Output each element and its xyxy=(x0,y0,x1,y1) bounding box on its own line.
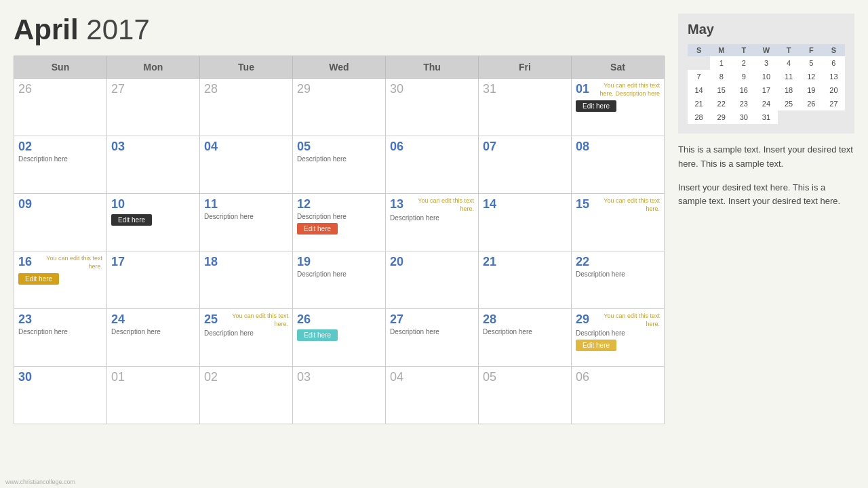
col-header-tue: Tue xyxy=(200,56,293,79)
day-description: Description here xyxy=(297,270,381,278)
calendar-cell: 27Description here xyxy=(386,309,479,367)
day-number: 22 xyxy=(576,255,589,269)
calendar-cell: 27 xyxy=(107,79,200,136)
day-number: 26 xyxy=(18,82,32,96)
day-number: 01 xyxy=(576,82,589,96)
you-can-edit-text: You can edit this text here. xyxy=(599,197,660,213)
day-description: Description here xyxy=(576,270,660,278)
calendar-cell: 05Description here xyxy=(293,136,386,194)
mini-col-header: F xyxy=(800,44,823,56)
day-description: Description here xyxy=(390,328,474,336)
mini-calendar-cell: 7 xyxy=(688,70,710,83)
mini-week-row: 14151617181920 xyxy=(688,83,845,97)
col-header-wed: Wed xyxy=(293,56,386,79)
day-description: Description here xyxy=(204,213,288,220)
day-description: Description here xyxy=(576,329,660,337)
mini-calendar-cell: 16 xyxy=(732,83,755,97)
calendar-table: SunMonTueWedThuFriSat 26272829303101You … xyxy=(14,56,665,424)
day-number: 10 xyxy=(111,197,125,211)
calendar-cell: 12Description hereEdit here xyxy=(293,194,386,251)
mini-calendar-cell: 24 xyxy=(755,97,777,110)
edit-here-button[interactable]: Edit here xyxy=(111,214,152,226)
day-number: 30 xyxy=(18,370,32,384)
day-number: 08 xyxy=(576,140,589,154)
mini-calendar-cell xyxy=(688,56,710,70)
week-row: 02Description here030405Description here… xyxy=(14,136,665,194)
day-number: 01 xyxy=(111,370,125,384)
mini-calendar-cell: 4 xyxy=(778,56,800,70)
day-number: 28 xyxy=(483,312,496,327)
mini-col-header: T xyxy=(778,44,800,56)
calendar-cell: 06 xyxy=(572,367,665,424)
calendar-cell: 18 xyxy=(200,251,293,309)
edit-here-button[interactable]: Edit here xyxy=(297,329,338,341)
mini-calendar-cell: 27 xyxy=(823,97,845,110)
mini-calendar-cell: 11 xyxy=(778,70,800,83)
mini-calendar-cell xyxy=(800,110,823,124)
main-calendar: April 2017 SunMonTueWedThuFriSat 2627282… xyxy=(14,14,665,481)
day-number: 06 xyxy=(576,370,589,384)
day-description: Description here xyxy=(483,328,567,336)
calendar-cell: 29You can edit this text here.Descriptio… xyxy=(572,309,665,367)
mini-col-header: S xyxy=(823,44,845,56)
calendar-cell: 23Description here xyxy=(14,309,107,367)
edit-here-button[interactable]: Edit here xyxy=(18,273,59,285)
mini-calendar-cell: 22 xyxy=(710,97,732,110)
edit-here-button[interactable]: Edit here xyxy=(576,340,616,351)
mini-calendar-cell: 17 xyxy=(755,83,777,97)
mini-calendar-cell: 26 xyxy=(800,97,823,110)
mini-calendar-cell: 21 xyxy=(688,97,710,110)
day-number: 29 xyxy=(297,82,311,96)
calendar-cell: 01You can edit this text here. Descripti… xyxy=(572,79,665,136)
sidebar-text-2: Insert your desired text here. This is a… xyxy=(678,181,854,209)
calendar-cell: 08 xyxy=(572,136,665,194)
calendar-cell: 09 xyxy=(14,194,107,251)
calendar-cell: 04 xyxy=(200,136,293,194)
mini-calendar-cell: 15 xyxy=(710,83,732,97)
day-number: 27 xyxy=(111,82,125,96)
col-header-mon: Mon xyxy=(107,56,200,79)
calendar-cell: 17 xyxy=(107,251,200,309)
calendar-cell: 06 xyxy=(386,136,479,194)
mini-week-row: 123456 xyxy=(688,56,845,70)
you-can-edit-text: You can edit this text here. xyxy=(599,312,660,328)
calendar-cell: 14 xyxy=(479,194,572,251)
mini-calendar-cell: 10 xyxy=(755,70,777,83)
day-number: 13 xyxy=(390,197,403,211)
col-header-sat: Sat xyxy=(572,56,665,79)
day-number: 06 xyxy=(390,140,403,154)
day-number: 05 xyxy=(483,370,496,384)
sidebar: May SMTWTFS 1234567891011121314151617181… xyxy=(678,14,854,481)
calendar-cell: 16You can edit this text here.Edit here xyxy=(14,251,107,309)
edit-here-button[interactable]: Edit here xyxy=(297,223,338,235)
mini-calendar-cell: 31 xyxy=(755,110,777,124)
week-row: 23Description here24Description here25Yo… xyxy=(14,309,665,367)
you-can-edit-text: You can edit this text here. xyxy=(41,255,102,270)
calendar-cell: 30 xyxy=(386,79,479,136)
mini-col-header: W xyxy=(755,44,777,56)
week-row: 16You can edit this text here.Edit here1… xyxy=(14,251,665,309)
mini-calendar-cell xyxy=(823,110,845,124)
mini-calendar-cell: 19 xyxy=(800,83,823,97)
day-number: 27 xyxy=(390,312,403,327)
day-number: 09 xyxy=(18,197,32,211)
day-number: 11 xyxy=(204,197,218,211)
calendar-cell: 01 xyxy=(107,367,200,424)
day-number: 31 xyxy=(483,82,496,96)
day-number: 25 xyxy=(204,312,218,327)
mini-calendar-cell: 8 xyxy=(710,70,732,83)
calendar-cell: 25You can edit this text here.Descriptio… xyxy=(200,309,293,367)
mini-calendar-title: May xyxy=(688,22,845,37)
edit-here-button[interactable]: Edit here xyxy=(576,100,616,112)
calendar-cell: 13You can edit this text here.Descriptio… xyxy=(386,194,479,251)
day-number: 20 xyxy=(390,255,403,269)
calendar-cell: 03 xyxy=(293,367,386,424)
calendar-cell: 11Description here xyxy=(200,194,293,251)
calendar-cell: 30 xyxy=(14,367,107,424)
calendar-cell: 19Description here xyxy=(293,251,386,309)
col-header-thu: Thu xyxy=(386,56,479,79)
mini-calendar-cell: 3 xyxy=(755,56,777,70)
calendar-cell: 26Edit here xyxy=(293,309,386,367)
mini-calendar-cell: 13 xyxy=(823,70,845,83)
mini-week-row: 28293031 xyxy=(688,110,845,124)
